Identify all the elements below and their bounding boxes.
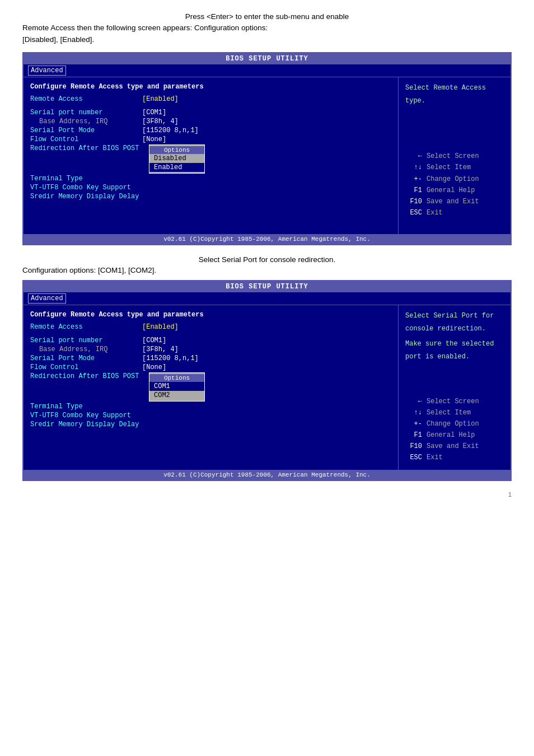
bios-row-port-mode[interactable]: Serial Port Mode [115200 8,n,1]	[30, 127, 391, 134]
bios-title-2: BIOS SETUP UTILITY	[24, 281, 510, 292]
bios-section-title-1: Configure Remote Access type and paramet…	[30, 83, 391, 91]
bios-box-2: BIOS SETUP UTILITY Advanced Configure Re…	[22, 280, 512, 481]
intro-text-2-sub: Configuration options: [COM1], [COM2].	[22, 266, 512, 274]
bios-footer-2: v02.61 (C)Copyright 1985-2006, American …	[24, 470, 510, 480]
help-line-2c: Make sure the selected	[405, 339, 504, 349]
options-popup-2: Options COM1 COM2	[144, 372, 205, 402]
options-popup-1: Options Disabled Enabled	[144, 144, 205, 174]
bios-content-1: Configure Remote Access type and paramet…	[24, 77, 510, 234]
bios-row-port-mode-2[interactable]: Serial Port Mode [115200 8,n,1]	[30, 354, 391, 362]
help-line-2: type.	[405, 96, 504, 106]
bios-tab-advanced-1[interactable]: Advanced	[28, 66, 66, 76]
bios-row-remote-access[interactable]: Remote Access [Enabled]	[30, 95, 391, 103]
bios-row-terminal-type[interactable]: Terminal Type	[30, 175, 391, 183]
bios-box-1: BIOS SETUP UTILITY Advanced Configure Re…	[22, 52, 512, 245]
intro-text-2-header: Select Serial Port for console redirecti…	[22, 255, 512, 264]
intro-text-1: Press <Enter> to enter the sub-menu and …	[22, 11, 512, 45]
bios-left-1: Configure Remote Access type and paramet…	[24, 77, 399, 234]
bios-row-redirection[interactable]: Redirection After BIOS POST Options Disa…	[30, 144, 391, 174]
bios-row-sredir-2[interactable]: Sredir Memory Display Delay	[30, 421, 391, 428]
page-number: 1	[22, 491, 512, 498]
bios-row-vt-utf8-2[interactable]: VT-UTF8 Combo Key Support	[30, 412, 391, 419]
bios-row-redirection-2[interactable]: Redirection After BIOS POST Options COM1…	[30, 372, 391, 402]
bios-nav-1: ← Select Screen ↑↓ Select Item +- Change…	[405, 151, 504, 218]
bios-row-serial-port[interactable]: Serial port number [COM1]	[30, 109, 391, 116]
help-line-1: Select Remote Access	[405, 83, 504, 94]
bios-row-base-address: Base Address, IRQ [3F8h, 4]	[30, 118, 391, 125]
bios-tab-advanced-2[interactable]: Advanced	[28, 293, 66, 304]
bios-row-terminal-type-2[interactable]: Terminal Type	[30, 403, 391, 410]
help-line-2a: Select Serial Port for	[405, 311, 504, 321]
bios-row-serial-port-2[interactable]: Serial port number [COM1]	[30, 337, 391, 344]
bios-row-flow-control-2[interactable]: Flow Control [None]	[30, 363, 391, 371]
bios-row-flow-control[interactable]: Flow Control [None]	[30, 136, 391, 143]
bios-left-2: Configure Remote Access type and paramet…	[24, 305, 399, 470]
bios-row-base-address-2: Base Address, IRQ [3F8h, 4]	[30, 346, 391, 353]
bios-tab-bar-1: Advanced	[24, 64, 510, 77]
bios-footer-1: v02.61 (C)Copyright 1985-2006, American …	[24, 234, 510, 244]
bios-row-remote-access-2[interactable]: Remote Access [Enabled]	[30, 323, 391, 331]
bios-nav-2: ← Select Screen ↑↓ Select Item +- Change…	[405, 396, 504, 464]
bios-tab-bar-2: Advanced	[24, 292, 510, 305]
help-line-2d: port is enabled.	[405, 352, 504, 362]
bios-title-1: BIOS SETUP UTILITY	[24, 53, 510, 64]
bios-right-1: Select Remote Access type. ← Select Scre…	[399, 77, 510, 234]
bios-right-2: Select Serial Port for console redirecti…	[399, 305, 510, 470]
bios-section-title-2: Configure Remote Access type and paramet…	[30, 311, 391, 319]
bios-content-2: Configure Remote Access type and paramet…	[24, 305, 510, 470]
help-line-2b: console redirection.	[405, 324, 504, 334]
bios-row-vt-utf8[interactable]: VT-UTF8 Combo Key Support	[30, 184, 391, 192]
bios-row-sredir[interactable]: Sredir Memory Display Delay	[30, 193, 391, 200]
